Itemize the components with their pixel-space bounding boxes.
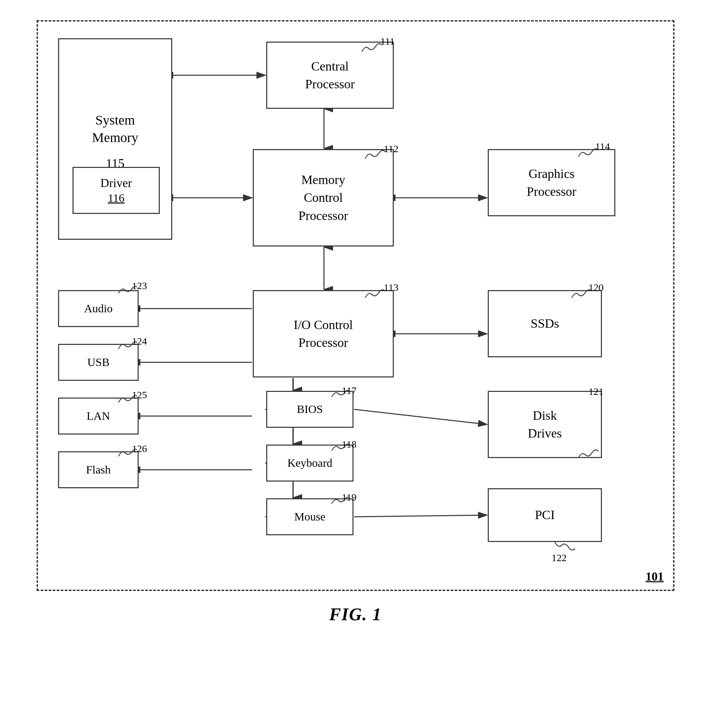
ref-119-line <box>330 494 348 506</box>
disk-drives-label: DiskDrives <box>528 407 562 442</box>
outer-container: SystemMemory 115 Driver 116 CentralProce… <box>23 20 688 658</box>
ref-121-line <box>575 444 602 461</box>
memory-control-box: MemoryControlProcessor <box>253 149 394 247</box>
ref-122-line <box>552 539 578 559</box>
system-memory-label: SystemMemory <box>92 111 138 146</box>
system-memory-box: SystemMemory 115 Driver 116 <box>58 38 172 240</box>
pci-box: PCI <box>488 488 602 542</box>
keyboard-label: Keyboard <box>288 456 332 470</box>
ref-124-line <box>117 338 137 351</box>
ref-111-line <box>358 38 385 55</box>
ref-123-line <box>117 283 137 296</box>
central-processor-label: CentralProcessor <box>305 58 355 93</box>
driver-box: Driver 116 <box>72 167 160 214</box>
driver-number: 116 <box>108 191 125 205</box>
svg-line-23 <box>354 409 487 424</box>
svg-line-24 <box>354 515 487 517</box>
diagram-label: 101 <box>646 570 664 583</box>
io-control-box: I/O ControlProcessor <box>253 290 394 377</box>
ref-126-line <box>117 446 137 459</box>
ref-113-line <box>362 284 389 301</box>
bios-label: BIOS <box>297 402 323 417</box>
audio-label: Audio <box>84 301 113 316</box>
ref-112-line <box>362 145 389 162</box>
driver-label: Driver <box>100 175 132 191</box>
ref-117-line <box>330 387 348 400</box>
ref-118-line <box>330 441 348 453</box>
ref-114-line <box>575 143 602 160</box>
ref-125-line <box>117 392 137 405</box>
io-control-label: I/O ControlProcessor <box>294 316 353 351</box>
lan-label: LAN <box>87 409 110 424</box>
flash-label: Flash <box>86 462 111 477</box>
figure-caption: FIG. 1 <box>329 604 382 624</box>
ssds-label: SSDs <box>531 315 559 332</box>
pci-label: PCI <box>535 507 555 523</box>
usb-label: USB <box>87 355 109 370</box>
memory-control-label: MemoryControlProcessor <box>298 171 348 224</box>
ref-121: 121 <box>589 386 603 397</box>
diagram-border: SystemMemory 115 Driver 116 CentralProce… <box>37 20 674 591</box>
graphics-processor-label: GraphicsProcessor <box>527 165 577 201</box>
ref-120-line <box>568 284 595 301</box>
mouse-label: Mouse <box>294 509 326 524</box>
